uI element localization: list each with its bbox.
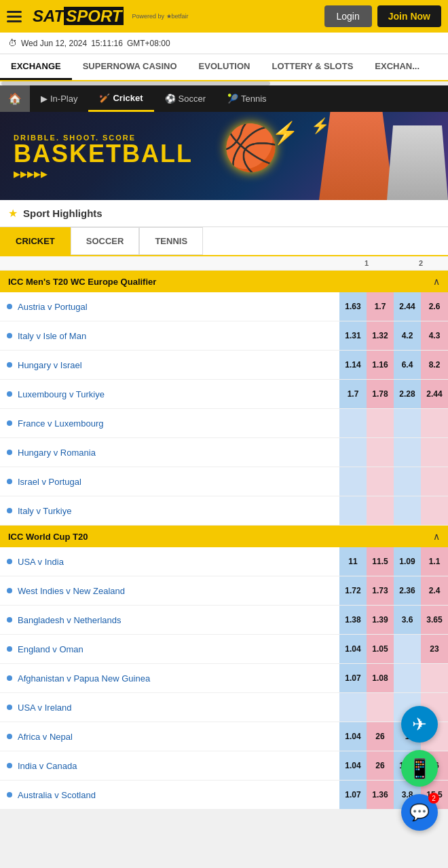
odd-cell-3[interactable] — [421, 438, 448, 467]
odd-cell-1[interactable]: 11.5 — [367, 547, 394, 576]
event-name[interactable]: France v Luxembourg — [18, 416, 339, 431]
event-name[interactable]: USA v Ireland — [18, 700, 339, 715]
odd-cell-2[interactable]: 3.6 — [394, 606, 421, 634]
odd-cell-1[interactable]: 1.39 — [367, 606, 394, 634]
group-header-icc_europe[interactable]: ICC Men's T20 WC Europe Qualifier∧ — [0, 271, 448, 292]
odd-cell-3[interactable]: 2.6 — [421, 292, 448, 321]
scrollbar — [0, 81, 448, 85]
odd-cell-3[interactable]: 1.1 — [421, 547, 448, 576]
odd-cell-1[interactable]: 1.36 — [367, 781, 394, 809]
odd-cell-1[interactable] — [367, 693, 394, 722]
event-name[interactable]: Italy v Turkiye — [18, 503, 339, 519]
event-name[interactable]: Hungary v Romania — [18, 445, 339, 460]
odd-cell-1[interactable]: 1.73 — [367, 576, 394, 605]
odd-cell-2[interactable]: 2.44 — [394, 292, 421, 321]
odd-cell-2[interactable]: 2.36 — [394, 576, 421, 605]
nav-tab-lottery[interactable]: LOTTERY & SLOTS — [261, 54, 364, 80]
odd-cell-0[interactable]: 1.07 — [339, 781, 367, 809]
event-name[interactable]: Australia v Scotland — [18, 787, 339, 803]
odd-cell-0[interactable]: 1.7 — [339, 380, 367, 408]
odd-cell-0[interactable] — [339, 409, 367, 437]
sport-nav-tennis[interactable]: 🎾 Tennis — [217, 87, 278, 111]
odd-cell-0[interactable]: 1.14 — [339, 351, 367, 379]
chat-button[interactable]: 💬 2 — [401, 794, 438, 810]
sport-tab-soccer[interactable]: SOCCER — [71, 227, 140, 255]
odd-cell-2[interactable]: 4.2 — [394, 321, 421, 350]
odd-cell-2[interactable] — [394, 409, 421, 437]
odd-cell-1[interactable]: 1.05 — [367, 635, 394, 663]
event-name[interactable]: Afghanistan v Papua New Guinea — [18, 671, 339, 686]
odd-cell-3[interactable] — [421, 409, 448, 437]
odd-cell-2[interactable] — [394, 467, 421, 496]
event-name[interactable]: Luxembourg v Turkiye — [18, 387, 339, 402]
odd-cell-0[interactable]: 1.04 — [339, 722, 367, 751]
sport-nav-inplay[interactable]: ▶ In-Play — [30, 87, 88, 111]
odd-cell-1[interactable] — [367, 496, 394, 525]
odd-cell-1[interactable]: 1.16 — [367, 351, 394, 379]
odd-cell-3[interactable]: 2.4 — [421, 576, 448, 605]
event-name[interactable]: Bangladesh v Netherlands — [18, 612, 339, 628]
odd-cell-2[interactable] — [394, 635, 421, 663]
odd-cell-0[interactable]: 1.07 — [339, 664, 367, 692]
event-name[interactable]: USA v India — [18, 554, 339, 570]
odd-cell-0[interactable] — [339, 693, 367, 722]
join-button[interactable]: Join Now — [377, 5, 441, 27]
odd-cell-0[interactable]: 1.04 — [339, 751, 367, 780]
odd-cell-1[interactable]: 1.32 — [367, 321, 394, 350]
odd-cell-3[interactable] — [421, 496, 448, 525]
event-name[interactable]: West Indies v New Zealand — [18, 583, 339, 599]
odd-cell-3[interactable]: 8.2 — [421, 351, 448, 379]
odd-cell-3[interactable]: 23 — [421, 635, 448, 663]
odd-cell-0[interactable]: 11 — [339, 547, 367, 576]
event-name[interactable]: India v Canada — [18, 758, 339, 774]
sport-nav-soccer[interactable]: ⚽ Soccer — [154, 87, 217, 111]
home-nav-item[interactable]: 🏠 — [0, 85, 30, 112]
sport-tab-cricket[interactable]: CRICKET — [0, 227, 71, 255]
odd-cell-1[interactable]: 1.08 — [367, 664, 394, 692]
odd-cell-0[interactable]: 1.04 — [339, 635, 367, 663]
odd-cell-0[interactable]: 1.31 — [339, 321, 367, 350]
odd-cell-1[interactable]: 1.7 — [367, 292, 394, 321]
event-name[interactable]: Israel v Portugal — [18, 474, 339, 490]
odd-cell-0[interactable]: 1.72 — [339, 576, 367, 605]
odd-cell-3[interactable]: 4.3 — [421, 321, 448, 350]
menu-icon[interactable] — [7, 11, 22, 22]
odd-cell-2[interactable] — [394, 438, 421, 467]
odd-cell-1[interactable]: 26 — [367, 751, 394, 780]
login-button[interactable]: Login — [324, 5, 372, 27]
odd-cell-2[interactable]: 6.4 — [394, 351, 421, 379]
odd-cell-1[interactable] — [367, 467, 394, 496]
odd-cell-3[interactable]: 3.65 — [421, 606, 448, 634]
odd-cell-3[interactable] — [421, 467, 448, 496]
odd-cell-1[interactable] — [367, 409, 394, 437]
nav-tab-supernowa[interactable]: SUPERNOWA CASINO — [72, 54, 188, 80]
event-name[interactable]: Africa v Nepal — [18, 729, 339, 745]
odd-cell-2[interactable]: 1.09 — [394, 547, 421, 576]
odd-cell-1[interactable] — [367, 438, 394, 467]
odd-cell-1[interactable]: 1.78 — [367, 380, 394, 408]
odd-cell-0[interactable] — [339, 496, 367, 525]
sport-tab-tennis[interactable]: TENNIS — [139, 227, 203, 255]
odd-cell-2[interactable] — [394, 496, 421, 525]
whatsapp-button[interactable]: 📱 — [401, 750, 438, 787]
event-name[interactable]: Italy v Isle of Man — [18, 328, 339, 344]
odd-cell-0[interactable] — [339, 467, 367, 496]
event-name[interactable]: Austria v Portugal — [18, 299, 339, 315]
odd-cell-3[interactable] — [421, 664, 448, 692]
highlights-title: Sport Highlights — [23, 208, 102, 219]
telegram-button[interactable]: ✈ — [401, 706, 438, 743]
odd-cell-2[interactable]: 2.28 — [394, 380, 421, 408]
odd-cell-2[interactable] — [394, 664, 421, 692]
odd-cell-0[interactable]: 1.38 — [339, 606, 367, 634]
sport-nav-cricket[interactable]: 🏏 Cricket — [88, 86, 153, 112]
nav-tab-evolution[interactable]: EVOLUTION — [188, 54, 261, 80]
odd-cell-1[interactable]: 26 — [367, 722, 394, 751]
group-header-icc_wc_t20[interactable]: ICC World Cup T20∧ — [0, 526, 448, 547]
nav-tab-exchange[interactable]: EXCHANGE — [0, 54, 72, 80]
odd-cell-3[interactable]: 2.44 — [421, 380, 448, 408]
event-name[interactable]: Hungary v Israel — [18, 357, 339, 373]
nav-tab-exchange2[interactable]: EXCHAN... — [364, 54, 430, 80]
odd-cell-0[interactable]: 1.63 — [339, 292, 367, 321]
event-name[interactable]: England v Oman — [18, 642, 339, 657]
odd-cell-0[interactable] — [339, 438, 367, 467]
